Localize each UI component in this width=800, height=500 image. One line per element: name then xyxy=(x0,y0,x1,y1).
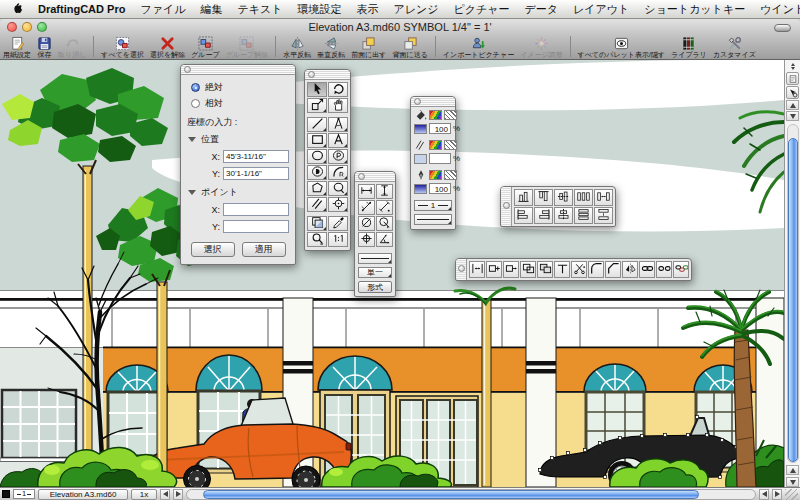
page-setup-button[interactable]: 用紙設定 xyxy=(3,36,31,59)
rotate-tool-button[interactable] xyxy=(328,82,348,97)
page-back-button[interactable] xyxy=(160,489,170,500)
flip-horizontal-button[interactable]: 水平反転 xyxy=(283,36,311,59)
point-section-header[interactable]: ポイント xyxy=(187,186,289,199)
palette-close-button[interactable] xyxy=(503,202,510,209)
palette-title-bar[interactable] xyxy=(305,70,350,80)
palette-title-bar[interactable] xyxy=(411,97,455,107)
cut-button[interactable] xyxy=(571,261,587,278)
resize-grip[interactable] xyxy=(785,489,798,500)
window-left-wing[interactable] xyxy=(0,390,80,462)
fill-color-well[interactable] xyxy=(429,110,442,120)
extend-rect-button[interactable] xyxy=(486,261,502,278)
line-opacity-value[interactable] xyxy=(429,153,451,164)
eyedropper-tool-button[interactable] xyxy=(328,216,348,231)
menu-item-window[interactable]: ウインドウ xyxy=(760,2,800,17)
dimension-center-tool-button[interactable] xyxy=(358,232,375,247)
line-color-well[interactable] xyxy=(429,140,442,150)
palette-title-bar[interactable] xyxy=(355,172,395,182)
menu-item-text[interactable]: テキスト xyxy=(237,2,282,17)
distribute-v-button[interactable] xyxy=(574,207,593,224)
spline-tool-button[interactable] xyxy=(328,181,348,196)
palette-close-button[interactable] xyxy=(358,173,365,180)
menu-item-file[interactable]: ファイル xyxy=(140,2,185,17)
align-center-h-button[interactable] xyxy=(554,189,573,206)
dimension-diameter-tool-button[interactable] xyxy=(358,216,375,231)
image-adjust-button[interactable]: イメージ調整 xyxy=(520,36,563,59)
position-section-header[interactable]: 位置 xyxy=(187,133,289,146)
apply-button[interactable]: 適用 xyxy=(242,242,286,257)
menu-item-data[interactable]: データ xyxy=(525,2,559,17)
pen-pattern-well[interactable] xyxy=(444,170,457,180)
palette-close-button[interactable] xyxy=(308,71,315,78)
select-button[interactable]: 選択 xyxy=(191,242,235,257)
palette-title-bar[interactable] xyxy=(181,65,295,75)
loupe-tool-button[interactable] xyxy=(307,232,327,247)
fillet-button[interactable] xyxy=(588,261,604,278)
menu-item-preferences[interactable]: 環境設定 xyxy=(297,2,341,17)
line-color-swatch[interactable] xyxy=(2,490,10,498)
align-left-button[interactable] xyxy=(514,207,533,224)
palette-close-button[interactable] xyxy=(184,66,191,73)
vertical-scrollbar-thumb[interactable] xyxy=(788,138,798,462)
position-y-input[interactable] xyxy=(223,167,289,180)
align-bottom-button[interactable] xyxy=(514,189,533,206)
connect-rect-button[interactable] xyxy=(503,261,519,278)
pen-icon[interactable] xyxy=(414,169,427,181)
palette-close-button[interactable] xyxy=(414,98,421,105)
text-tool-button[interactable] xyxy=(328,133,348,148)
scroll-right-button[interactable] xyxy=(772,489,782,500)
line-gradient-well[interactable] xyxy=(414,154,427,164)
library-button[interactable]: ライブラリ xyxy=(671,36,707,59)
toolbar-toggle-button[interactable] xyxy=(774,24,791,32)
scroll-up-button[interactable] xyxy=(786,100,799,110)
menu-item-edit[interactable]: 編集 xyxy=(200,2,222,17)
select-tool-button[interactable] xyxy=(307,82,327,97)
palette-side-bar[interactable] xyxy=(501,187,512,226)
align-top-button[interactable] xyxy=(534,189,553,206)
apple-menu[interactable] xyxy=(10,2,23,17)
vertical-scrollbar[interactable] xyxy=(784,60,800,487)
undo-button[interactable]: 取り消し xyxy=(58,36,86,59)
fill-bucket-icon[interactable] xyxy=(414,109,427,121)
format-button[interactable]: 形式 xyxy=(358,281,392,293)
menu-item-view[interactable]: 表示 xyxy=(356,2,378,17)
dimension-line-style-dropdown[interactable] xyxy=(358,253,392,264)
group-button[interactable]: グループ xyxy=(191,36,220,59)
app-menu[interactable]: DraftingCAD Pro xyxy=(38,3,125,15)
palette-side-bar[interactable] xyxy=(456,259,467,280)
link-button[interactable] xyxy=(639,261,655,278)
trim-button[interactable] xyxy=(554,261,570,278)
page-forward-button[interactable] xyxy=(173,489,183,500)
pen-color-well[interactable] xyxy=(429,170,442,180)
line-pattern-well[interactable] xyxy=(444,140,457,150)
send-back-button[interactable]: 背面に送る xyxy=(392,36,427,59)
align-right-button[interactable] xyxy=(534,207,553,224)
close-button[interactable] xyxy=(7,22,17,32)
oval-tool-button[interactable] xyxy=(307,149,327,164)
import-picture-button[interactable]: インポートピクチャー xyxy=(443,36,514,59)
dimension-mode-dropdown[interactable]: 単一 xyxy=(358,267,392,278)
palette-close-button[interactable] xyxy=(458,265,465,272)
ungroup-button[interactable]: グループ解除 xyxy=(226,36,269,59)
mirror-tool-button[interactable] xyxy=(622,261,638,278)
scroll-left-button[interactable] xyxy=(759,489,769,500)
zoom-tool-button[interactable] xyxy=(786,86,799,99)
chain-button[interactable] xyxy=(673,261,689,278)
line-width-dropdown[interactable]: 1 xyxy=(414,200,452,211)
parallel-shape-tool-button[interactable] xyxy=(328,149,348,164)
customize-button[interactable]: カスタマイズ xyxy=(713,36,756,59)
scale-tool-button[interactable] xyxy=(307,98,327,113)
fill-gradient-well[interactable] xyxy=(414,124,427,134)
align-center-v-button[interactable] xyxy=(554,207,573,224)
divider-tool-button[interactable] xyxy=(328,117,348,132)
weld-button[interactable] xyxy=(537,261,553,278)
flip-vertical-button[interactable]: 垂直反転 xyxy=(317,36,345,59)
zoom-button[interactable] xyxy=(37,22,47,32)
dimension-oblique-tool-button[interactable] xyxy=(358,200,375,215)
dimension-chain-tool-button[interactable] xyxy=(376,200,393,215)
menu-item-layout[interactable]: レイアウト xyxy=(573,2,629,17)
line-style-icon[interactable] xyxy=(414,139,427,151)
rectangle-tool-button[interactable] xyxy=(307,133,327,148)
position-x-input[interactable] xyxy=(223,150,289,163)
bring-front-button[interactable]: 前面に出す xyxy=(351,36,386,59)
